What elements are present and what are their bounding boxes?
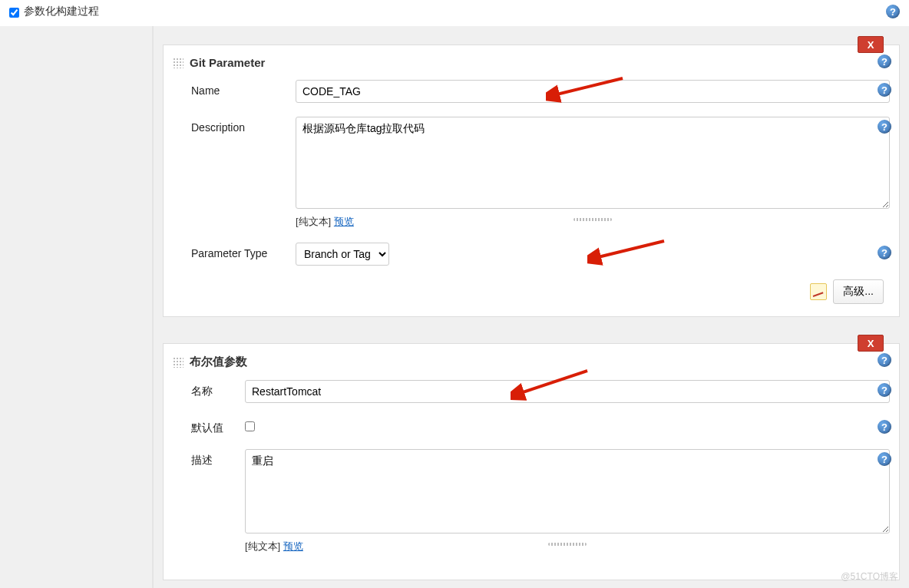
help-icon[interactable]: ? [878, 83, 891, 97]
help-icon[interactable]: ? [878, 383, 891, 397]
description-label: Description [191, 117, 296, 134]
name-input[interactable] [296, 80, 890, 103]
plain-text-label: [纯文本] [245, 540, 280, 552]
bool-name-input[interactable] [245, 380, 890, 403]
git-parameter-block: X ? Git Parameter Name ? Description 根据源… [163, 45, 900, 317]
help-icon[interactable]: ? [878, 55, 891, 68]
svg-line-1 [595, 241, 664, 258]
help-icon[interactable]: ? [878, 420, 891, 434]
bool-desc-textarea[interactable]: 重启 [245, 449, 890, 533]
parameter-type-label: Parameter Type [191, 243, 296, 259]
git-parameter-title: Git Parameter [190, 56, 265, 69]
bool-description-footer: [纯文本] 预览 [173, 540, 890, 553]
drag-handle-icon[interactable] [173, 58, 183, 68]
left-gutter [0, 26, 154, 588]
description-textarea[interactable]: 根据源码仓库tag拉取代码 [296, 117, 890, 209]
preview-link[interactable]: 预览 [334, 216, 354, 227]
boolean-parameter-title: 布尔值参数 [190, 355, 247, 369]
watermark: @51CTO博客 [841, 570, 898, 583]
bool-name-label: 名称 [191, 380, 245, 398]
plain-text-label: [纯文本] [296, 216, 331, 227]
help-icon[interactable]: ? [878, 246, 891, 259]
parameter-type-select[interactable]: Branch or Tag [296, 243, 389, 266]
bool-default-label: 默认值 [191, 417, 245, 435]
bool-default-checkbox[interactable] [245, 421, 255, 431]
delete-button[interactable]: X [858, 335, 884, 352]
arrow-annotation [587, 238, 672, 269]
name-label: Name [191, 80, 296, 97]
help-icon[interactable]: ? [878, 353, 891, 367]
bool-desc-label: 描述 [191, 449, 245, 467]
drag-handle-icon[interactable] [173, 357, 183, 368]
delete-button[interactable]: X [858, 36, 884, 53]
advanced-button[interactable]: 高级... [833, 279, 884, 304]
help-icon[interactable]: ? [878, 452, 891, 466]
preview-link[interactable]: 预览 [283, 540, 303, 552]
help-icon[interactable]: ? [886, 5, 900, 18]
note-icon [810, 283, 827, 300]
description-footer: [纯文本] 预览 [173, 215, 890, 229]
boolean-parameter-block: X ? 布尔值参数 名称 ? 默认值 ? 描述 [163, 343, 900, 580]
help-icon[interactable]: ? [878, 120, 891, 134]
parameterized-label: 参数化构建过程 [24, 5, 99, 18]
parameterized-checkbox[interactable] [9, 8, 19, 18]
